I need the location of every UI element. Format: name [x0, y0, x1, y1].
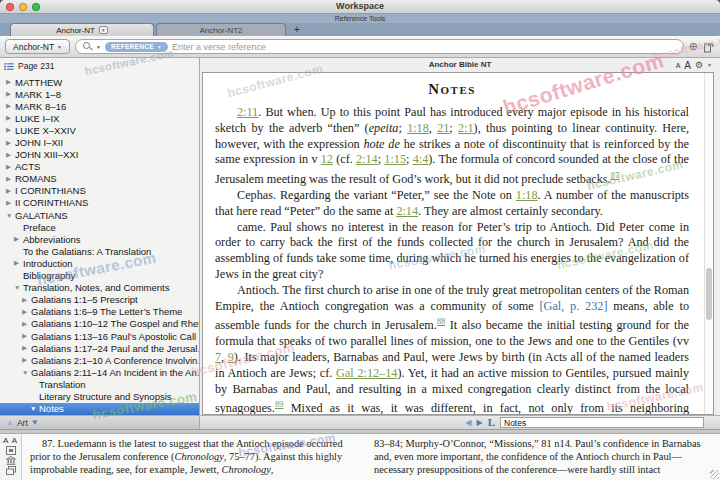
sidebar-item-label: JOHN XIII–XXI: [15, 149, 78, 160]
reference-link[interactable]: 2:14: [396, 204, 418, 218]
disclosure-closed-icon[interactable]: ▶: [22, 308, 31, 316]
search-menu-caret-icon[interactable]: ▼: [96, 44, 101, 50]
sidebar-item[interactable]: ▶MATTHEW: [0, 76, 199, 88]
reference-tag[interactable]: REFERENCE ▼: [105, 42, 168, 52]
disclosure-open-icon[interactable]: ▼: [22, 369, 31, 376]
sidebar-item[interactable]: ▶LUKE I–IX: [0, 112, 199, 124]
module-dropdown[interactable]: Anchor-NT ▼: [5, 39, 70, 54]
reference-link[interactable]: 1:18: [407, 121, 429, 135]
copy-pages-icon[interactable]: [6, 466, 16, 475]
sidebar-item[interactable]: ▶Galatians 1:1–5 Prescript: [0, 294, 199, 306]
resize-grip[interactable]: [710, 470, 719, 479]
reference-link[interactable]: 12: [321, 152, 333, 166]
sidebar-item[interactable]: ▶Galatians 1:13–16 Paul’s Apostolic Call: [0, 330, 199, 342]
next-article-icon[interactable]: ▼: [31, 419, 39, 427]
sidebar-item[interactable]: ▼Translation, Notes, and Comments: [0, 282, 199, 294]
tab-menu-icon[interactable]: ▾: [99, 26, 108, 34]
prev-article-icon[interactable]: ▲: [6, 419, 14, 427]
sidebar-item[interactable]: ▶Galatians 2:1–10 A Conference Involvin…: [0, 354, 199, 366]
sidebar-item[interactable]: Bibliography: [0, 270, 199, 282]
disclosure-closed-icon[interactable]: ▶: [6, 151, 15, 159]
sidebar-item[interactable]: ▶MARK 1–8: [0, 88, 199, 100]
disclosure-open-icon[interactable]: ▼: [6, 212, 15, 219]
footnote-column-1: 87. Luedemann is the latest to suggest t…: [22, 434, 362, 480]
sidebar-item[interactable]: ▶Galatians 1:6–9 The Letter’s Theme: [0, 306, 199, 318]
sidebar-item[interactable]: ▶I CORINTHIANS: [0, 185, 199, 197]
reference-link[interactable]: 1:18: [516, 188, 538, 202]
sidebar-item[interactable]: ▶ROMANS: [0, 173, 199, 185]
reference-link[interactable]: 1:15: [384, 152, 406, 166]
open-in-window-icon[interactable]: [6, 446, 16, 455]
sidebar-item[interactable]: Translation: [0, 378, 199, 390]
disclosure-closed-icon[interactable]: ▶: [6, 102, 15, 110]
disclosure-closed-icon[interactable]: ▶: [6, 78, 15, 86]
disclosure-closed-icon[interactable]: ▶: [6, 175, 15, 183]
sidebar-item[interactable]: ▶Introduction: [0, 257, 199, 269]
zoom-button[interactable]: [32, 3, 40, 11]
disclosure-closed-icon[interactable]: ▶: [22, 296, 31, 304]
article-nav-input[interactable]: [500, 417, 704, 428]
sidebar-item[interactable]: ▶JOHN XIII–XXI: [0, 149, 199, 161]
sidebar-item[interactable]: Preface: [0, 221, 199, 233]
sidebar-item[interactable]: Literary Structure and Synopsis: [0, 390, 199, 402]
sidebar-item[interactable]: ▶MARK 8–16: [0, 100, 199, 112]
reference-link[interactable]: Gal 2:12–14: [336, 366, 397, 380]
pane-title: Anchor Bible NT: [200, 58, 720, 72]
sidebar-item[interactable]: ▶JOHN I–XII: [0, 136, 199, 148]
disclosure-closed-icon[interactable]: ▶: [14, 259, 23, 267]
sidebar-item[interactable]: ▶II CORINTHIANS: [0, 197, 199, 209]
library-icon[interactable]: [6, 456, 16, 465]
add-parallel-icon[interactable]: ⊕: [689, 41, 698, 52]
disclosure-closed-icon[interactable]: ▶: [22, 344, 31, 352]
tab-anchor-nt[interactable]: Anchor-NT ▾: [10, 23, 154, 36]
reference-link[interactable]: 4:4: [413, 152, 429, 166]
sidebar-item[interactable]: ▼Galatians 2:11–14 An Incident in the An…: [0, 366, 199, 378]
scrollbar-thumb[interactable]: [706, 268, 712, 320]
sidebar-item[interactable]: ▶Galatians 1:17–24 Paul and the Jerusal…: [0, 342, 199, 354]
decrease-font-button[interactable]: A: [676, 62, 681, 69]
reference-link[interactable]: 21: [437, 121, 449, 135]
disclosure-closed-icon[interactable]: ▶: [14, 235, 23, 243]
disclosure-closed-icon[interactable]: ▶: [22, 356, 31, 364]
search-icon[interactable]: [83, 42, 92, 51]
forward-arrow-icon[interactable]: ▶: [477, 419, 483, 427]
sidebar-item[interactable]: ▶Abbreviations: [0, 233, 199, 245]
text-run: ,: [221, 350, 228, 364]
disclosure-closed-icon[interactable]: ▶: [22, 320, 31, 328]
sidebar-item-label: Abbreviations: [23, 234, 81, 245]
sidebar-item[interactable]: ▼Notes: [0, 403, 199, 415]
amplify-icon[interactable]: [703, 41, 715, 53]
minimize-button[interactable]: [19, 3, 27, 11]
disclosure-closed-icon[interactable]: ▶: [6, 114, 15, 122]
table-of-contents-icon[interactable]: [4, 62, 14, 71]
reference-link[interactable]: [Gal, p. 232]: [540, 299, 608, 313]
disclosure-closed-icon[interactable]: ▶: [6, 199, 15, 207]
disclosure-closed-icon[interactable]: ▶: [22, 332, 31, 340]
close-button[interactable]: [6, 3, 14, 11]
tab-anchor-nt2[interactable]: Anchor-NT2: [156, 23, 286, 36]
sidebar-item[interactable]: ▶ACTS: [0, 161, 199, 173]
sidebar-item[interactable]: ▶LUKE X–XXIV: [0, 124, 199, 136]
back-arrow-icon[interactable]: ◀: [465, 419, 471, 427]
disclosure-closed-icon[interactable]: ▶: [6, 139, 15, 147]
gear-icon[interactable]: ⚙: [695, 60, 703, 70]
disclosure-closed-icon[interactable]: ▶: [6, 187, 15, 195]
footnote-font-buttons[interactable]: A A: [3, 436, 18, 445]
sidebar-item[interactable]: ▶Galatians 1:10–12 The Gospel and Rhet…: [0, 318, 199, 330]
disclosure-open-icon[interactable]: ▼: [30, 405, 39, 412]
disclosure-closed-icon[interactable]: ▶: [6, 126, 15, 134]
verse-reference-input[interactable]: ▼ REFERENCE ▼ Enter a verse reference: [75, 39, 684, 54]
disclosure-closed-icon[interactable]: ▶: [6, 90, 15, 98]
sidebar-item[interactable]: ▼GALATIANS: [0, 209, 199, 221]
reference-link[interactable]: 87: [611, 170, 620, 180]
increase-font-button[interactable]: A: [684, 60, 691, 71]
sidebar-item[interactable]: To the Galatians: A Translation: [0, 245, 199, 257]
reference-link[interactable]: 2:11: [237, 105, 258, 119]
reference-link[interactable]: 2:1: [458, 121, 474, 135]
add-tab-button[interactable]: +: [294, 24, 300, 36]
reference-link[interactable]: 2:14: [356, 152, 378, 166]
disclosure-open-icon[interactable]: ▼: [14, 284, 23, 291]
disclosure-closed-icon[interactable]: ▶: [6, 163, 15, 171]
l-marker-icon[interactable]: L: [488, 417, 495, 428]
vertical-scrollbar[interactable]: [704, 73, 713, 414]
